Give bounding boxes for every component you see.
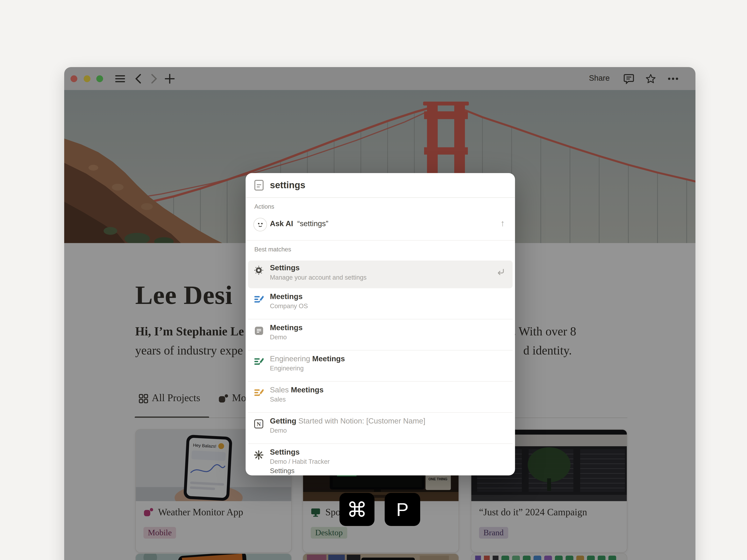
- result-subtitle: Sales: [270, 396, 286, 403]
- result-title: Getting Started with Notion: [Customer N…: [270, 417, 426, 425]
- ask-ai-label: Ask AI “settings”: [270, 219, 328, 228]
- result-subtitle: Company OS: [270, 302, 308, 310]
- result-getting-started[interactable]: N Getting Started with Notion: [Customer…: [248, 412, 513, 443]
- next-result-cut-label: Settings: [270, 466, 294, 475]
- search-results-list: Settings Manage your account and setting…: [246, 261, 515, 475]
- result-title: Meetings: [270, 292, 303, 301]
- section-divider: [246, 240, 515, 241]
- best-matches-section-label: Best matches: [254, 246, 291, 253]
- result-meetings-companyos[interactable]: Meetings Company OS: [248, 288, 513, 319]
- result-subtitle: Manage your account and settings: [270, 274, 367, 281]
- search-header: [246, 173, 515, 198]
- result-subtitle: Demo / Habit Tracker: [270, 458, 330, 465]
- result-meetings-demo[interactable]: Meetings Demo: [248, 319, 513, 350]
- quick-search-modal: Actions Ask AI “settings” ↑ Best matches…: [246, 173, 515, 475]
- ask-ai-face-icon: [254, 218, 267, 231]
- result-title: Engineering Meetings: [270, 354, 345, 363]
- up-arrow-icon: ↑: [500, 218, 505, 229]
- result-title: Settings: [270, 448, 300, 457]
- screen: Share: [0, 0, 747, 560]
- svg-text:N: N: [257, 421, 261, 427]
- result-engineering-meetings[interactable]: Engineering Meetings Engineering: [248, 350, 513, 381]
- enter-key-icon: [496, 268, 505, 276]
- search-input[interactable]: [269, 173, 495, 197]
- result-subtitle: Engineering: [270, 365, 304, 372]
- cmd-key-badge: ⌘: [339, 493, 375, 526]
- p-key-badge: P: [385, 493, 420, 526]
- result-settings[interactable]: Settings Manage your account and setting…: [248, 261, 513, 288]
- page-search-icon: [254, 180, 264, 191]
- result-subtitle: Demo: [270, 427, 287, 434]
- result-sales-meetings[interactable]: Sales Meetings Sales: [248, 381, 513, 412]
- gear-icon: [254, 265, 264, 276]
- document-icon: [254, 325, 264, 336]
- notion-logo-icon: N: [254, 419, 264, 429]
- meeting-notes-icon: [254, 356, 264, 367]
- meeting-notes-icon: [254, 294, 264, 305]
- result-title: Meetings: [270, 323, 303, 332]
- ask-ai-action[interactable]: Ask AI “settings” ↑: [248, 213, 513, 235]
- actions-section-label: Actions: [254, 203, 275, 210]
- result-title: Sales Meetings: [270, 385, 324, 394]
- sun-gear-icon: [254, 450, 264, 460]
- meeting-notes-icon: [254, 388, 264, 398]
- result-subtitle: Demo: [270, 334, 287, 341]
- result-title: Settings: [270, 264, 300, 272]
